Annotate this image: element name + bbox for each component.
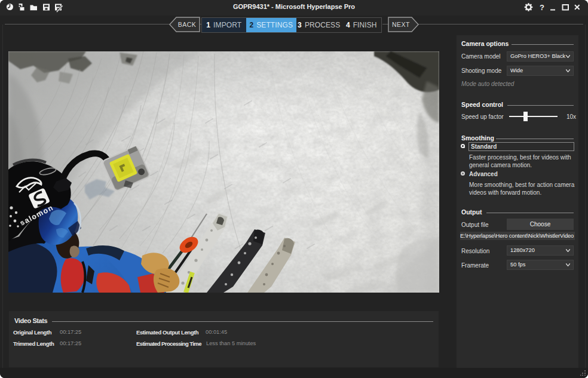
svg-text:?: ? [540,3,544,12]
